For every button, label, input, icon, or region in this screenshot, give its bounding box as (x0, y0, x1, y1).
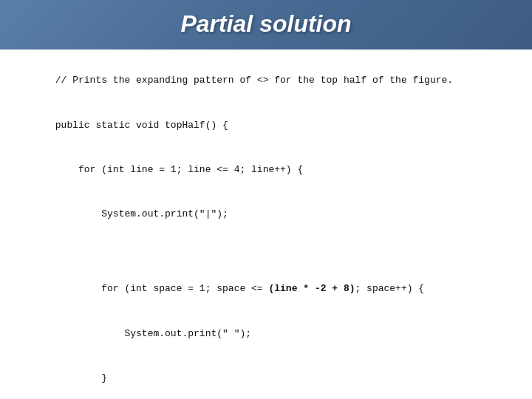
code-line7: } (55, 372, 107, 383)
code-line1: public static void topHalf() { (55, 120, 228, 131)
code-line2: for (int line = 1; line <= 4; line++) { (55, 164, 303, 175)
code-line3: System.out.print("|"); (55, 208, 228, 219)
code-line6: System.out.print(" "); (55, 328, 251, 339)
bold-expr1: (line * -2 + 8) (268, 283, 355, 294)
code-line5: for (int space = 1; space <= (line * -2 … (55, 283, 424, 294)
header-title: Partial solution (180, 10, 351, 37)
header: Partial solution (0, 0, 532, 50)
code-block: // Prints the expanding pattern of <> fo… (21, 58, 511, 399)
comment-line: // Prints the expanding pattern of <> fo… (55, 75, 453, 86)
content: // Prints the expanding pattern of <> fo… (0, 50, 532, 399)
page: Partial solution // Prints the expanding… (0, 0, 532, 399)
